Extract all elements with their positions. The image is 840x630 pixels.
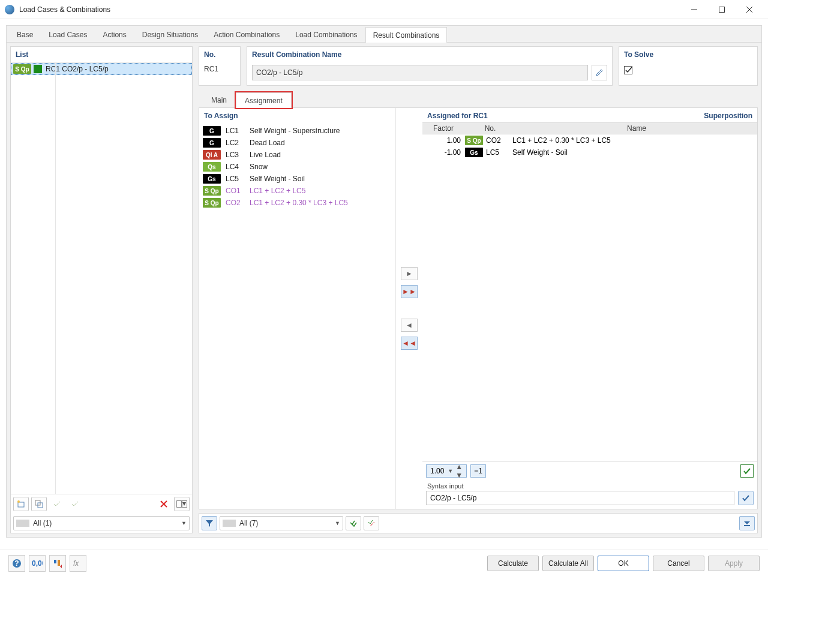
row-name: Self Weight - Soil	[250, 175, 305, 183]
row-name: Snow	[250, 163, 268, 171]
calculate-button[interactable]: Calculate	[487, 556, 539, 571]
name-input[interactable]	[252, 65, 588, 80]
tab-action-combinations[interactable]: Action Combinations	[206, 26, 287, 42]
row-code: LC2	[226, 139, 245, 147]
filter-swatch-2	[223, 520, 236, 527]
row-name: LC1 + LC2 + 0.30 * LC3 + LC5	[512, 136, 755, 145]
subtab-main[interactable]: Main	[202, 92, 236, 107]
move-all-left-button[interactable]: ◄◄	[401, 337, 418, 350]
sort-button[interactable]	[49, 555, 66, 572]
eq-button[interactable]: =1	[470, 464, 486, 478]
assigned-row[interactable]: -1.00GsLC5Self Weight - Soil	[422, 146, 757, 158]
svg-rect-18	[54, 560, 56, 563]
move-all-right-button[interactable]: ►►	[401, 285, 418, 298]
to-assign-header: To Assign	[199, 108, 395, 124]
factor-value: 1.00	[430, 467, 444, 475]
badge-sop: S Qp	[13, 64, 31, 74]
tab-actions[interactable]: Actions	[95, 26, 134, 42]
svg-point-5	[17, 500, 20, 503]
badge: Gs	[203, 174, 221, 184]
filter-button[interactable]	[202, 516, 217, 530]
solve-checkbox[interactable]	[624, 66, 632, 74]
color-swatch	[34, 65, 42, 73]
to-assign-row[interactable]: Ql ALC3Live Load	[199, 149, 395, 161]
col-name: Name	[516, 124, 757, 133]
badge: G	[203, 126, 221, 136]
edit-name-button[interactable]	[592, 65, 607, 80]
to-assign-row[interactable]: GsLC5Self Weight - Soil	[199, 173, 395, 185]
list-body: S Qp RC1 CO2/p - LC5/p	[11, 63, 192, 494]
close-button[interactable]	[736, 0, 763, 19]
select-all-button[interactable]	[346, 516, 361, 530]
row-factor: 1.00	[425, 136, 464, 145]
main-tabs: Base Load Cases Actions Design Situation…	[7, 26, 761, 43]
ok-button[interactable]: OK	[598, 556, 649, 571]
check-2-button[interactable]	[67, 497, 83, 511]
row-code: LC5	[484, 148, 512, 157]
check-1-button[interactable]	[49, 497, 65, 511]
assign-filter-combo[interactable]: All (7) ▼	[220, 516, 343, 530]
view-mode-button[interactable]: ▾	[174, 497, 190, 511]
superposition-label: Superposition	[704, 112, 752, 120]
select-toggle-button[interactable]	[364, 516, 379, 530]
svg-text:▾: ▾	[182, 500, 186, 508]
confirm-factor-button[interactable]	[740, 464, 754, 478]
tab-base[interactable]: Base	[9, 26, 41, 42]
minimize-button[interactable]	[680, 0, 708, 19]
syntax-input[interactable]	[426, 491, 734, 505]
app-icon	[5, 5, 14, 14]
tab-load-cases[interactable]: Load Cases	[41, 26, 95, 42]
col-no: No.	[464, 124, 516, 133]
svg-text:fx: fx	[73, 559, 79, 568]
row-code: LC1	[226, 127, 245, 135]
chevron-down-icon: ▼	[335, 520, 340, 526]
list-item-rc1[interactable]: S Qp RC1 CO2/p - LC5/p	[11, 63, 192, 75]
to-assign-row[interactable]: GLC2Dead Load	[199, 137, 395, 149]
solve-label: To Solve	[619, 47, 757, 62]
tab-result-combinations[interactable]: Result Combinations	[365, 27, 448, 43]
apply-button[interactable]: Apply	[708, 556, 760, 571]
name-label: Result Combination Name	[247, 47, 612, 62]
factor-spinner[interactable]: 1.00 ▼ ▲▼	[426, 464, 467, 478]
to-assign-row[interactable]: GLC1Self Weight - Superstructure	[199, 125, 395, 137]
tab-design-situations[interactable]: Design Situations	[134, 26, 206, 42]
new-item-button[interactable]	[13, 497, 29, 511]
collapse-button[interactable]	[739, 516, 755, 530]
syntax-confirm-button[interactable]	[738, 491, 754, 505]
titlebar: Load Cases & Combinations	[0, 0, 768, 19]
badge: S Qp	[465, 136, 483, 145]
svg-rect-4	[18, 502, 24, 507]
badge: G	[203, 138, 221, 148]
move-right-button[interactable]: ►	[401, 267, 418, 280]
move-left-button[interactable]: ◄	[401, 319, 418, 332]
copy-item-button[interactable]	[31, 497, 47, 511]
row-code: CO1	[226, 187, 245, 195]
svg-text:?: ?	[14, 559, 19, 568]
to-assign-row[interactable]: S QpCO2LC1 + LC2 + 0.30 * LC3 + LC5	[199, 197, 395, 209]
row-name: Self Weight - Superstructure	[250, 127, 340, 135]
row-name: Self Weight - Soil	[512, 148, 755, 157]
fx-button[interactable]: fx	[70, 555, 86, 572]
subtab-assignment[interactable]: Assignment	[236, 92, 292, 108]
help-button[interactable]: ?	[8, 555, 25, 572]
calculate-all-button[interactable]: Calculate All	[542, 556, 594, 571]
maximize-button[interactable]	[708, 0, 736, 19]
list-filter-combo[interactable]: All (1) ▼	[13, 516, 190, 530]
delete-button[interactable]	[156, 497, 172, 511]
tab-load-combinations[interactable]: Load Combinations	[287, 26, 365, 42]
assigned-row[interactable]: 1.00S QpCO2LC1 + LC2 + 0.30 * LC3 + LC5	[422, 134, 757, 146]
no-label: No.	[199, 47, 240, 62]
row-name: LC1 + LC2 + 0.30 * LC3 + LC5	[250, 199, 348, 207]
cancel-button[interactable]: Cancel	[653, 556, 704, 571]
list-filter-label: All (1)	[33, 519, 181, 527]
window-title: Load Cases & Combinations	[19, 5, 680, 14]
to-assign-row[interactable]: QsLC4Snow	[199, 161, 395, 173]
row-name: Live Load	[250, 151, 281, 159]
units-button[interactable]: 0,00	[29, 555, 46, 572]
badge: S Qp	[203, 198, 221, 208]
svg-rect-1	[719, 7, 725, 12]
svg-rect-19	[58, 560, 60, 566]
to-assign-row[interactable]: S QpCO1LC1 + LC2 + LC5	[199, 185, 395, 197]
no-value: RC1	[199, 62, 240, 78]
to-assign-list: GLC1Self Weight - SuperstructureGLC2Dead…	[199, 124, 395, 509]
